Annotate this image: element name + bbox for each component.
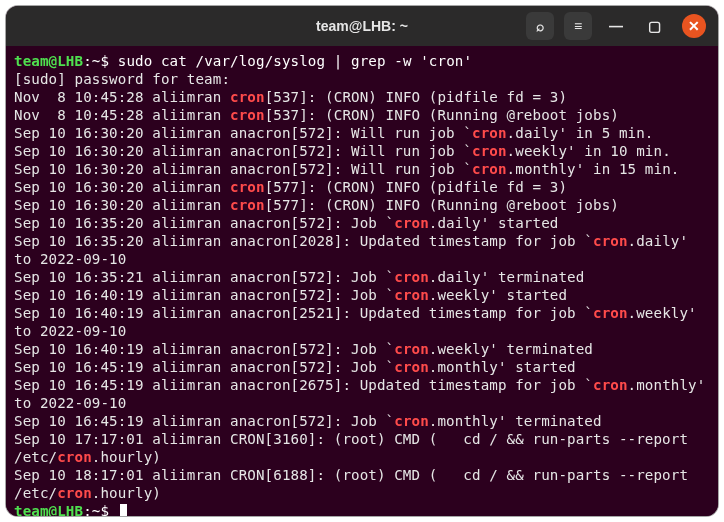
log-text: .weekly' terminated <box>429 341 593 357</box>
terminal-line: Sep 10 16:40:19 aliimran anacron[572]: J… <box>14 340 710 358</box>
terminal-line: team@LHB:~$ <box>14 502 710 516</box>
match-highlight: cron <box>472 143 507 159</box>
cursor-icon <box>120 504 127 516</box>
match-highlight: cron <box>394 287 429 303</box>
menu-icon[interactable]: ≡ <box>564 12 592 40</box>
terminal-window: team@LHB: ~ ⌕ ≡ — ▢ ✕ team@LHB:~$ sudo c… <box>6 6 718 516</box>
terminal-line: team@LHB:~$ sudo cat /var/log/syslog | g… <box>14 52 710 70</box>
terminal-line: Sep 10 16:30:20 aliimran cron[577]: (CRO… <box>14 178 710 196</box>
command-text: sudo cat /var/log/syslog | grep -w 'cron… <box>118 53 472 69</box>
log-text: Sep 10 16:30:20 aliimran anacron[572]: W… <box>14 161 472 177</box>
terminal-line: Sep 10 17:17:01 aliimran CRON[3160]: (ro… <box>14 430 710 466</box>
match-highlight: cron <box>230 89 265 105</box>
log-text: .weekly' started <box>429 287 567 303</box>
prompt-dollar: $ <box>100 503 117 516</box>
terminal-line: Sep 10 16:35:20 aliimran anacron[2028]: … <box>14 232 710 268</box>
maximize-icon[interactable]: ▢ <box>640 12 668 40</box>
terminal-line: Sep 10 16:45:19 aliimran anacron[572]: J… <box>14 412 710 430</box>
terminal-line: Sep 10 16:45:19 aliimran anacron[572]: J… <box>14 358 710 376</box>
match-highlight: cron <box>472 125 507 141</box>
prompt-userhost: team@LHB <box>14 53 83 69</box>
log-text: Sep 10 16:35:20 aliimran anacron[572]: J… <box>14 215 394 231</box>
match-highlight: cron <box>57 485 92 501</box>
log-text: .hourly) <box>92 485 161 501</box>
match-highlight: cron <box>472 161 507 177</box>
log-text: Sep 10 16:40:19 aliimran anacron[572]: J… <box>14 287 394 303</box>
terminal-line: Sep 10 16:35:20 aliimran anacron[572]: J… <box>14 214 710 232</box>
terminal-line: Sep 10 16:30:20 aliimran anacron[572]: W… <box>14 160 710 178</box>
prompt-sep: : <box>83 503 92 516</box>
window-title: team@LHB: ~ <box>316 18 408 34</box>
match-highlight: cron <box>394 413 429 429</box>
match-highlight: cron <box>394 269 429 285</box>
terminal-line: Sep 10 18:17:01 aliimran CRON[6188]: (ro… <box>14 466 710 502</box>
match-highlight: cron <box>230 107 265 123</box>
terminal-line: Sep 10 16:40:19 aliimran anacron[572]: J… <box>14 286 710 304</box>
log-text: .monthly' in 15 min. <box>507 161 680 177</box>
log-text: Sep 10 16:40:19 aliimran anacron[572]: J… <box>14 341 394 357</box>
log-text: Nov 8 10:45:28 aliimran <box>14 107 230 123</box>
log-text: .monthly' terminated <box>429 413 602 429</box>
close-icon[interactable]: ✕ <box>682 14 706 38</box>
prompt-userhost: team@LHB <box>14 503 83 516</box>
titlebar-right-controls: — ▢ ✕ <box>602 12 712 40</box>
match-highlight: cron <box>593 305 628 321</box>
match-highlight: cron <box>593 233 628 249</box>
terminal-line: Nov 8 10:45:28 aliimran cron[537]: (CRON… <box>14 106 710 124</box>
terminal-line: Sep 10 16:30:20 aliimran anacron[572]: W… <box>14 142 710 160</box>
log-text: [537]: (CRON) INFO (Running @reboot jobs… <box>265 107 619 123</box>
match-highlight: cron <box>57 449 92 465</box>
match-highlight: cron <box>394 341 429 357</box>
log-text: Sep 10 16:30:20 aliimran anacron[572]: W… <box>14 143 472 159</box>
log-text: [537]: (CRON) INFO (pidfile fd = 3) <box>265 89 567 105</box>
log-text: Sep 10 16:30:20 aliimran anacron[572]: W… <box>14 125 472 141</box>
log-text: Sep 10 16:40:19 aliimran anacron[2521]: … <box>14 305 593 321</box>
log-text: Sep 10 16:45:19 aliimran anacron[572]: J… <box>14 413 394 429</box>
terminal-body[interactable]: team@LHB:~$ sudo cat /var/log/syslog | g… <box>6 46 718 516</box>
log-text: .weekly' in 10 min. <box>507 143 671 159</box>
titlebar-left-controls: ⌕ ≡ <box>526 12 592 40</box>
log-text: Sep 10 16:45:19 aliimran anacron[572]: J… <box>14 359 394 375</box>
terminal-line: Sep 10 16:45:19 aliimran anacron[2675]: … <box>14 376 710 412</box>
log-text: [577]: (CRON) INFO (pidfile fd = 3) <box>265 179 567 195</box>
log-text: [577]: (CRON) INFO (Running @reboot jobs… <box>265 197 619 213</box>
log-text: Sep 10 16:30:20 aliimran <box>14 179 230 195</box>
log-text: Sep 10 16:35:20 aliimran anacron[2028]: … <box>14 233 593 249</box>
log-text: .daily' in 5 min. <box>507 125 654 141</box>
terminal-line: Sep 10 16:40:19 aliimran anacron[2521]: … <box>14 304 710 340</box>
match-highlight: cron <box>394 215 429 231</box>
log-text: .daily' started <box>429 215 559 231</box>
match-highlight: cron <box>394 359 429 375</box>
match-highlight: cron <box>230 197 265 213</box>
search-icon[interactable]: ⌕ <box>526 12 554 40</box>
log-text: Sep 10 16:45:19 aliimran anacron[2675]: … <box>14 377 593 393</box>
log-text: .monthly' started <box>429 359 576 375</box>
terminal-line: Sep 10 16:35:21 aliimran anacron[572]: J… <box>14 268 710 286</box>
prompt-sep: : <box>83 53 92 69</box>
match-highlight: cron <box>230 179 265 195</box>
log-text: Sep 10 16:35:21 aliimran anacron[572]: J… <box>14 269 394 285</box>
titlebar: team@LHB: ~ ⌕ ≡ — ▢ ✕ <box>6 6 718 46</box>
log-text: .hourly) <box>92 449 161 465</box>
terminal-line: Sep 10 16:30:20 aliimran anacron[572]: W… <box>14 124 710 142</box>
prompt-dollar: $ <box>100 53 117 69</box>
terminal-line: Nov 8 10:45:28 aliimran cron[537]: (CRON… <box>14 88 710 106</box>
minimize-icon[interactable]: — <box>602 12 630 40</box>
match-highlight: cron <box>593 377 628 393</box>
terminal-line: [sudo] password for team: <box>14 70 710 88</box>
log-text: .daily' terminated <box>429 269 585 285</box>
terminal-line: Sep 10 16:30:20 aliimran cron[577]: (CRO… <box>14 196 710 214</box>
log-text: Nov 8 10:45:28 aliimran <box>14 89 230 105</box>
log-text: Sep 10 16:30:20 aliimran <box>14 197 230 213</box>
